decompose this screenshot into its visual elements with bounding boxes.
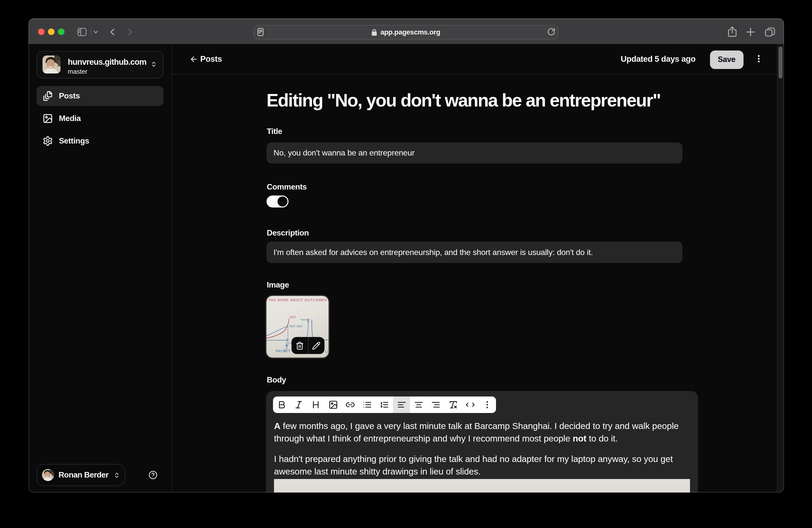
svg-text:LiT: LiT — [325, 350, 329, 353]
svg-text:NOT CEO: NOT CEO — [290, 324, 303, 328]
svg-text:TWoHo: TWoHo — [301, 318, 308, 321]
svg-text:A TAD MORE ABOUT OUTCOMES: A TAD MORE ABOUT OUTCOMES — [266, 298, 327, 302]
svg-text:CEO: CEO — [290, 316, 296, 319]
svg-text:PAYOUT: PAYOUT — [276, 349, 290, 353]
